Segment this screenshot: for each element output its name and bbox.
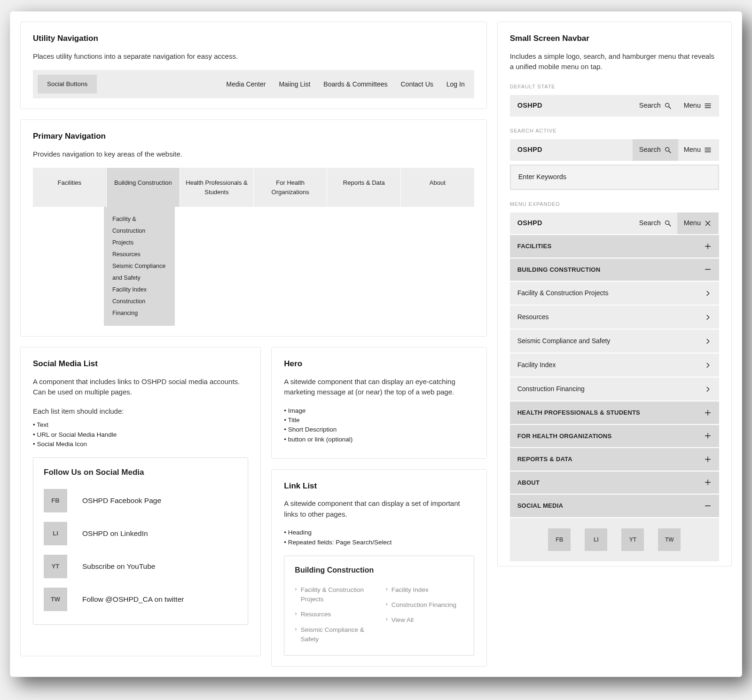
dropdown-link[interactable]: Construction Financing bbox=[112, 296, 166, 319]
bullet: Repeated fields: Page Search/Select bbox=[284, 538, 474, 547]
card-title: Utility Navigation bbox=[33, 32, 474, 45]
list-link[interactable]: ›Construction Financing bbox=[386, 598, 463, 613]
chevron-right-icon: › bbox=[386, 585, 388, 593]
state-label: DEFAULT STATE bbox=[510, 83, 719, 91]
list-link[interactable]: ›Seismic Compliance & Safety bbox=[295, 622, 372, 647]
plus-icon bbox=[704, 243, 712, 250]
dropdown-link[interactable]: Facility & Construction Projects bbox=[112, 213, 166, 249]
acc-section-open[interactable]: SOCIAL MEDIA bbox=[510, 495, 719, 518]
search-button[interactable]: Search bbox=[639, 218, 672, 228]
hamburger-icon bbox=[704, 146, 712, 154]
nav-item[interactable]: Facilities bbox=[33, 168, 107, 207]
acc-label: BUILDING CONSTRUCTION bbox=[517, 265, 601, 275]
social-item[interactable]: TW Follow @OSHPD_CA on twitter bbox=[44, 583, 237, 616]
chevron-right-icon: › bbox=[386, 600, 388, 608]
acc-subitem[interactable]: Resources bbox=[510, 306, 719, 330]
plus-icon bbox=[704, 479, 712, 486]
acc-sub-label: Seismic Compliance and Safety bbox=[517, 336, 611, 346]
twitter-icon[interactable]: TW bbox=[658, 528, 681, 551]
utility-navigation-card: Utility Navigation Places utility functi… bbox=[20, 22, 487, 109]
utility-nav-bar: Social Buttons Media Center Maiing List … bbox=[33, 70, 474, 98]
acc-sub-label: Facility Index bbox=[517, 360, 556, 370]
bullet: Heading bbox=[284, 528, 474, 537]
chevron-right-icon bbox=[704, 362, 712, 369]
youtube-icon[interactable]: YT bbox=[621, 528, 644, 551]
acc-social-row: FB LI YT TW bbox=[510, 518, 719, 561]
search-button[interactable]: Search bbox=[639, 101, 672, 111]
acc-subitem[interactable]: Facility & Construction Projects bbox=[510, 282, 719, 306]
state-label: SEARCH ACTIVE bbox=[510, 127, 719, 135]
dropdown-link[interactable]: Resources bbox=[112, 249, 166, 260]
chevron-right-icon: › bbox=[295, 610, 297, 618]
util-link[interactable]: Maiing List bbox=[279, 79, 310, 89]
logo[interactable]: OSHPD bbox=[517, 218, 542, 228]
linkedin-icon[interactable]: LI bbox=[585, 528, 607, 551]
list-link[interactable]: ›View All bbox=[386, 613, 463, 628]
bullet-list: Heading Repeated fields: Page Search/Sel… bbox=[284, 528, 474, 547]
bullet: Social Media Icon bbox=[33, 440, 248, 449]
search-icon bbox=[664, 102, 672, 110]
dropdown-link[interactable]: Seismic Compliance and Safety bbox=[112, 260, 166, 284]
nav-item[interactable]: Reports & Data bbox=[327, 168, 401, 207]
acc-section[interactable]: FACILITIES bbox=[510, 235, 719, 259]
link-label: View All bbox=[392, 615, 414, 625]
util-link[interactable]: Media Center bbox=[226, 79, 266, 89]
social-item[interactable]: LI OSHPD on LinkedIn bbox=[44, 517, 237, 550]
list-link[interactable]: ›Facility Index bbox=[386, 582, 463, 598]
social-label: OSHPD Facebook Page bbox=[82, 495, 161, 506]
acc-subitem[interactable]: Facility Index bbox=[510, 354, 719, 378]
social-label: Subscribe on YouTube bbox=[82, 561, 155, 572]
social-item[interactable]: YT Subscribe on YouTube bbox=[44, 550, 237, 583]
link-label: Seismic Compliance & Safety bbox=[301, 625, 373, 645]
card-desc: Places utility functions into a separate… bbox=[33, 51, 474, 62]
search-icon bbox=[664, 146, 672, 154]
util-link[interactable]: Contact Us bbox=[401, 79, 433, 89]
close-icon bbox=[704, 220, 712, 227]
acc-section[interactable]: REPORTS & DATA bbox=[510, 448, 719, 472]
svg-point-0 bbox=[665, 103, 669, 107]
util-link[interactable]: Log In bbox=[446, 79, 465, 89]
youtube-icon: YT bbox=[44, 555, 67, 578]
svg-point-5 bbox=[665, 148, 669, 151]
acc-label: FACILITIES bbox=[517, 242, 552, 251]
bullet: Title bbox=[284, 416, 474, 425]
search-button-active[interactable]: Search bbox=[633, 139, 678, 161]
social-follow-box: Follow Us on Social Media FB OSHPD Faceb… bbox=[33, 457, 248, 625]
svg-line-6 bbox=[669, 151, 671, 153]
bullet: Text bbox=[33, 420, 248, 430]
acc-section[interactable]: HEALTH PROFESSIONALS & STUDENTS bbox=[510, 401, 719, 425]
nav-item[interactable]: For Health Organizations bbox=[254, 168, 328, 207]
acc-subitem[interactable]: Seismic Compliance and Safety bbox=[510, 330, 719, 354]
social-item[interactable]: FB OSHPD Facebook Page bbox=[44, 484, 237, 517]
acc-section-open[interactable]: BUILDING CONSTRUCTION bbox=[510, 259, 719, 282]
menu-button[interactable]: Menu bbox=[684, 101, 712, 111]
nav-item[interactable]: About bbox=[401, 168, 474, 207]
menu-button-active[interactable]: Menu bbox=[677, 212, 718, 234]
facebook-icon[interactable]: FB bbox=[548, 528, 571, 551]
chevron-right-icon bbox=[704, 314, 712, 321]
bullet: Short Description bbox=[284, 425, 474, 434]
acc-section[interactable]: ABOUT bbox=[510, 472, 719, 495]
acc-subitem[interactable]: Construction Financing bbox=[510, 378, 719, 401]
search-input[interactable]: Enter Keywords bbox=[510, 165, 719, 190]
social-buttons-placeholder[interactable]: Social Buttons bbox=[38, 75, 97, 94]
search-label: Search bbox=[639, 101, 661, 111]
acc-section[interactable]: FOR HEALTH ORGANIZATIONS bbox=[510, 425, 719, 448]
navbar-default: OSHPD Search Menu bbox=[510, 95, 719, 117]
menu-button[interactable]: Menu bbox=[684, 145, 712, 155]
chevron-right-icon bbox=[704, 385, 712, 393]
util-link[interactable]: Boards & Committees bbox=[323, 79, 387, 89]
chevron-right-icon: › bbox=[295, 625, 297, 633]
nav-item[interactable]: Health Professionals & Students bbox=[180, 168, 254, 207]
logo[interactable]: OSHPD bbox=[517, 101, 542, 111]
nav-item-active[interactable]: Building Construction bbox=[107, 168, 180, 207]
acc-sub-label: Facility & Construction Projects bbox=[517, 288, 609, 298]
list-link[interactable]: ›Facility & Construction Projects bbox=[295, 582, 372, 607]
bullet: button or link (optional) bbox=[284, 435, 474, 444]
menu-label: Menu bbox=[684, 101, 701, 111]
dropdown-link[interactable]: Facility Index bbox=[112, 284, 166, 296]
svg-line-11 bbox=[669, 224, 671, 226]
social-label: OSHPD on LinkedIn bbox=[82, 528, 148, 539]
list-link[interactable]: ›Resources bbox=[295, 607, 372, 622]
logo[interactable]: OSHPD bbox=[517, 145, 542, 155]
